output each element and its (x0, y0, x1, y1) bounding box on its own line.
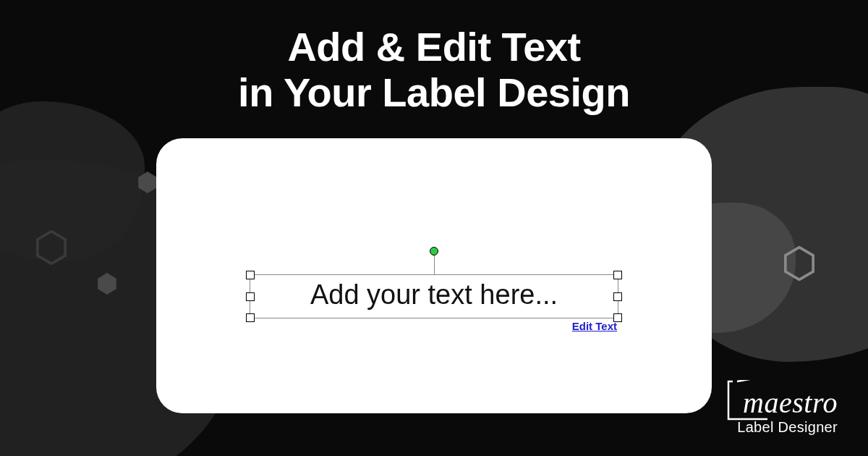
title-line-2: in Your Label Design (238, 69, 630, 115)
edit-text-link[interactable]: Edit Text (572, 320, 617, 332)
hexagon-icon (97, 272, 117, 295)
text-object[interactable]: Add your text here... Edit Text (250, 274, 618, 318)
rotation-stem (434, 254, 435, 274)
svg-marker-3 (786, 248, 813, 280)
title-line-1: Add & Edit Text (287, 24, 580, 69)
resize-handle-bottom-left[interactable] (246, 313, 255, 322)
rotation-handle[interactable] (430, 247, 438, 256)
resize-handle-top-left[interactable] (246, 271, 255, 279)
svg-marker-2 (138, 172, 157, 193)
resize-handle-mid-left[interactable] (246, 292, 255, 301)
page-title: Add & Edit Text in Your Label Design (0, 0, 868, 115)
svg-marker-1 (98, 273, 116, 295)
resize-handle-mid-right[interactable] (613, 292, 622, 301)
hexagon-icon (137, 171, 158, 194)
resize-handle-top-right[interactable] (613, 271, 622, 279)
selection-bounding-box[interactable]: Add your text here... (250, 274, 618, 318)
hexagon-icon (36, 230, 67, 265)
design-canvas[interactable]: Add your text here... Edit Text (156, 138, 712, 413)
logo-sub-text: Label Designer (737, 419, 838, 436)
logo-frame-icon (727, 380, 778, 421)
hexagon-icon (784, 246, 814, 281)
svg-line-4 (737, 380, 773, 381)
brand-logo: maestro Label Designer (737, 389, 838, 436)
logo-main-text: maestro (737, 389, 838, 418)
svg-marker-0 (38, 232, 65, 264)
text-placeholder[interactable]: Add your text here... (310, 279, 558, 310)
